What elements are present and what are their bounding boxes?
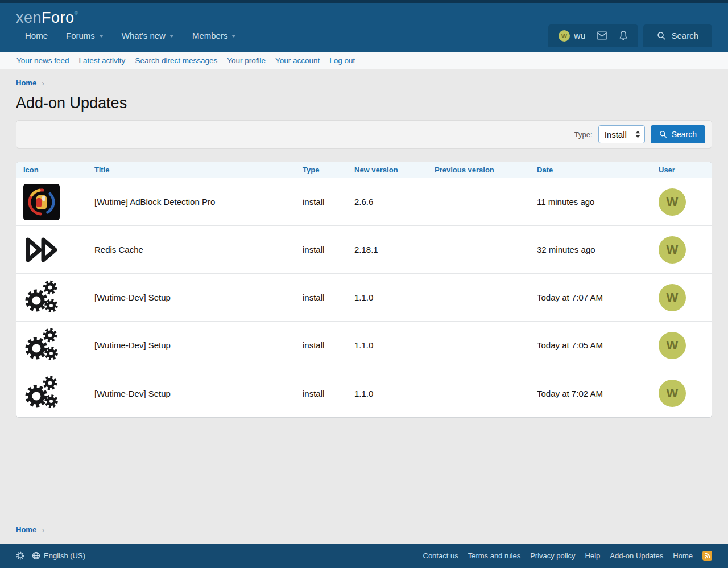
addon-new-version: 1.1.0 [354,293,435,302]
logo-xen: xen [16,9,42,26]
account-menu[interactable]: W wu [559,30,585,42]
nav-item-whats-new[interactable]: What's new [113,24,183,47]
user-avatar[interactable]: W [659,380,686,407]
adblock-fist-icon [23,184,94,220]
addon-updates-table: Icon Title Type New version Previous ver… [16,162,712,418]
addon-new-version: 2.6.6 [354,197,435,207]
breadcrumb-home-link[interactable]: Home [16,525,36,534]
gears-icon [23,327,94,364]
site-footer: English (US) Contact us Terms and rules … [0,544,728,568]
nav-label: Home [25,31,48,40]
addon-title: [Wutime-Dev] Setup [94,389,303,398]
addon-date: Today at 7:02 AM [537,389,659,398]
col-header-title: Title [94,166,303,174]
select-stepper-icon [635,130,640,138]
table-row: [Wutime-Dev] Setupinstall1.1.0Today at 7… [16,322,712,369]
footer-help[interactable]: Help [585,551,601,560]
table-row: Redis Cacheinstall2.18.132 minutes agoW [16,226,712,274]
envelope-icon [597,31,607,40]
nav-label: Members [192,31,228,40]
user-avatar[interactable]: W [659,236,686,264]
addon-type: install [303,389,354,398]
col-header-type: Type [303,166,354,174]
table-row: [Wutime] AdBlock Detection Proinstall2.6… [16,178,712,226]
logo-foro: Foro [42,9,75,26]
addon-new-version: 1.1.0 [354,340,435,350]
site-header: xenForo® Home Forums What's new Members … [0,3,728,52]
footer-contact-us[interactable]: Contact us [423,551,458,560]
bell-icon [619,30,628,41]
registered-mark: ® [75,10,78,16]
footer-addon-updates[interactable]: Add-on Updates [610,551,663,560]
subnav-your-profile[interactable]: Your profile [227,56,266,65]
breadcrumb: Home › [16,78,712,88]
chevron-down-icon [169,35,174,38]
username: wu [574,31,585,41]
nav-label: Forums [66,31,95,40]
gears-icon [23,279,94,316]
filter-search-button[interactable]: Search [651,125,705,143]
addon-date: 32 minutes ago [537,245,659,254]
rss-button[interactable] [702,551,712,561]
col-header-user: User [659,166,712,174]
footer-home[interactable]: Home [673,551,693,560]
spacer [16,418,712,525]
addon-date: Today at 7:05 AM [537,340,659,350]
nav-item-forums[interactable]: Forums [57,24,113,47]
subnav-log-out[interactable]: Log out [329,56,355,65]
subnav-latest-activity[interactable]: Latest activity [79,56,126,65]
type-select[interactable]: Install [598,125,645,143]
style-chooser-button[interactable] [16,551,24,560]
table-row: [Wutime-Dev] Setupinstall1.1.0Today at 7… [16,274,712,322]
type-filter-label: Type: [574,130,593,139]
fast-forward-icon [23,232,94,268]
addon-date: 11 minutes ago [537,197,659,207]
alerts-button[interactable] [619,30,628,41]
conversations-button[interactable] [597,31,607,40]
globe-icon [32,551,40,560]
breadcrumb-bottom: Home › [16,525,712,534]
chevron-down-icon [99,35,104,38]
user-avatar[interactable]: W [659,188,686,216]
addon-title: [Wutime-Dev] Setup [94,293,303,302]
addon-type: install [303,340,354,350]
header-search-button[interactable]: Search [643,24,712,47]
subnav-your-account[interactable]: Your account [275,56,320,65]
search-icon [657,31,666,40]
table-body: [Wutime] AdBlock Detection Proinstall2.6… [16,178,712,417]
addon-new-version: 2.18.1 [354,245,435,254]
addon-date: Today at 7:07 AM [537,293,659,302]
addon-type: install [303,245,354,254]
chevron-down-icon [231,35,236,38]
user-avatar[interactable]: W [659,284,686,311]
breadcrumb-chevron-icon: › [42,78,44,88]
footer-privacy-policy[interactable]: Privacy policy [530,551,575,560]
addon-new-version: 1.1.0 [354,389,435,398]
nav-item-members[interactable]: Members [183,24,246,47]
addon-title: [Wutime-Dev] Setup [94,340,303,350]
nav-label: What's new [122,31,166,40]
language-chooser-button[interactable]: English (US) [32,551,85,560]
breadcrumb-chevron-icon: › [42,525,44,534]
type-select-value: Install [605,130,627,139]
user-panel: W wu [548,24,638,47]
filter-bar: Type: Install Search [16,120,712,149]
language-label: English (US) [44,551,85,560]
gear-icon [16,551,24,560]
search-label: Search [671,31,698,40]
footer-terms-rules[interactable]: Terms and rules [468,551,520,560]
col-header-new-version: New version [354,166,435,174]
addon-type: install [303,197,354,207]
nav-item-home[interactable]: Home [16,24,57,47]
account-subnav: Your news feed Latest activity Search di… [0,52,728,69]
subnav-news-feed[interactable]: Your news feed [16,56,69,65]
breadcrumb-home-link[interactable]: Home [16,79,36,87]
subnav-search-dm[interactable]: Search direct messages [135,56,217,65]
col-header-date: Date [537,166,659,174]
page-title: Add-on Updates [16,94,712,112]
addon-title: [Wutime] AdBlock Detection Pro [94,197,303,207]
addon-title: Redis Cache [94,245,303,254]
table-header-row: Icon Title Type New version Previous ver… [16,162,712,178]
gears-icon [23,375,94,411]
user-avatar[interactable]: W [659,332,686,359]
